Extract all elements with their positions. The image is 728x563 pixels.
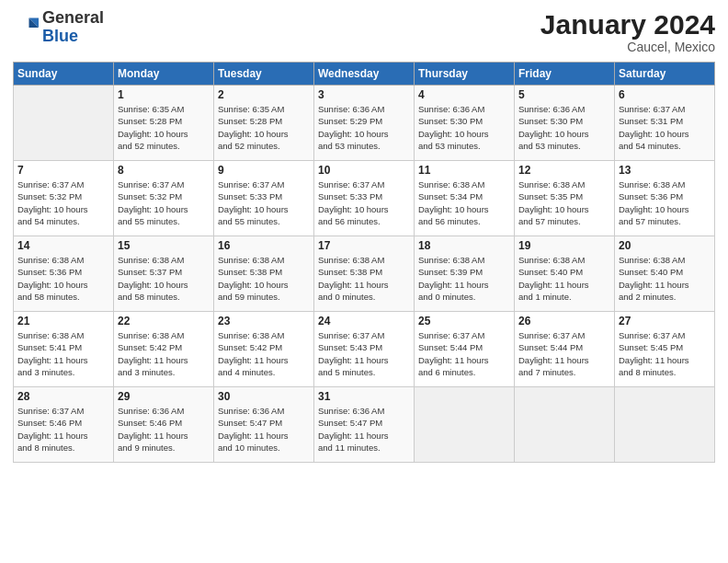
day-cell: 31Sunrise: 6:36 AMSunset: 5:47 PMDayligh… [314, 387, 415, 463]
week-row-4: 28Sunrise: 6:37 AMSunset: 5:46 PMDayligh… [14, 387, 715, 463]
logo: General Blue [13, 9, 104, 46]
day-number: 11 [418, 164, 510, 177]
day-number: 5 [518, 88, 610, 101]
day-cell [515, 387, 615, 463]
day-info: Sunrise: 6:37 AMSunset: 5:46 PMDaylight:… [17, 405, 109, 454]
day-number: 12 [518, 164, 610, 177]
location: Caucel, Mexico [540, 40, 715, 54]
day-cell: 23Sunrise: 6:38 AMSunset: 5:42 PMDayligh… [214, 312, 314, 387]
day-cell: 26Sunrise: 6:37 AMSunset: 5:44 PMDayligh… [515, 312, 615, 387]
day-info: Sunrise: 6:38 AMSunset: 5:40 PMDaylight:… [619, 254, 711, 303]
col-wednesday: Wednesday [314, 63, 415, 86]
day-cell: 3Sunrise: 6:36 AMSunset: 5:29 PMDaylight… [314, 86, 415, 161]
day-number: 10 [318, 164, 410, 177]
day-cell: 22Sunrise: 6:38 AMSunset: 5:42 PMDayligh… [114, 312, 214, 387]
day-cell: 5Sunrise: 6:36 AMSunset: 5:30 PMDaylight… [515, 86, 615, 161]
day-info: Sunrise: 6:38 AMSunset: 5:35 PMDaylight:… [518, 178, 610, 227]
day-info: Sunrise: 6:36 AMSunset: 5:46 PMDaylight:… [118, 405, 210, 454]
day-cell: 18Sunrise: 6:38 AMSunset: 5:39 PMDayligh… [415, 236, 515, 312]
day-number: 14 [17, 239, 109, 252]
day-number: 19 [518, 239, 610, 252]
day-number: 20 [619, 239, 711, 252]
day-cell: 24Sunrise: 6:37 AMSunset: 5:43 PMDayligh… [314, 312, 415, 387]
day-number: 17 [318, 239, 410, 252]
day-info: Sunrise: 6:37 AMSunset: 5:45 PMDaylight:… [619, 329, 711, 378]
day-info: Sunrise: 6:38 AMSunset: 5:42 PMDaylight:… [118, 329, 210, 378]
header-row: Sunday Monday Tuesday Wednesday Thursday… [14, 63, 715, 86]
col-saturday: Saturday [615, 63, 715, 86]
day-number: 22 [118, 315, 210, 327]
day-info: Sunrise: 6:36 AMSunset: 5:30 PMDaylight:… [418, 103, 510, 152]
logo-text: General Blue [42, 9, 104, 46]
header: General Blue January 2024 Caucel, Mexico [13, 9, 715, 54]
day-info: Sunrise: 6:37 AMSunset: 5:33 PMDaylight:… [318, 178, 410, 227]
day-number: 24 [318, 315, 410, 327]
col-tuesday: Tuesday [214, 63, 314, 86]
day-info: Sunrise: 6:37 AMSunset: 5:32 PMDaylight:… [118, 178, 210, 227]
day-cell: 30Sunrise: 6:36 AMSunset: 5:47 PMDayligh… [214, 387, 314, 463]
col-sunday: Sunday [14, 63, 114, 86]
day-cell: 8Sunrise: 6:37 AMSunset: 5:32 PMDaylight… [114, 161, 214, 236]
day-cell [615, 387, 715, 463]
day-info: Sunrise: 6:37 AMSunset: 5:31 PMDaylight:… [619, 103, 711, 152]
day-info: Sunrise: 6:38 AMSunset: 5:38 PMDaylight:… [318, 254, 410, 303]
day-info: Sunrise: 6:38 AMSunset: 5:36 PMDaylight:… [619, 178, 711, 227]
day-number: 28 [17, 390, 109, 403]
day-info: Sunrise: 6:38 AMSunset: 5:34 PMDaylight:… [418, 178, 510, 227]
day-info: Sunrise: 6:37 AMSunset: 5:32 PMDaylight:… [17, 178, 109, 227]
day-number: 7 [17, 164, 109, 177]
day-cell: 1Sunrise: 6:35 AMSunset: 5:28 PMDaylight… [114, 86, 214, 161]
logo-general: General [42, 9, 104, 28]
day-cell: 28Sunrise: 6:37 AMSunset: 5:46 PMDayligh… [14, 387, 114, 463]
day-number: 4 [418, 88, 510, 101]
day-cell: 4Sunrise: 6:36 AMSunset: 5:30 PMDaylight… [415, 86, 515, 161]
day-info: Sunrise: 6:36 AMSunset: 5:47 PMDaylight:… [318, 405, 410, 454]
day-info: Sunrise: 6:38 AMSunset: 5:37 PMDaylight:… [118, 254, 210, 303]
col-monday: Monday [114, 63, 214, 86]
day-info: Sunrise: 6:38 AMSunset: 5:41 PMDaylight:… [17, 329, 109, 378]
day-number: 8 [118, 164, 210, 177]
day-cell: 9Sunrise: 6:37 AMSunset: 5:33 PMDaylight… [214, 161, 314, 236]
day-number: 29 [118, 390, 210, 403]
day-number: 3 [318, 88, 410, 101]
day-info: Sunrise: 6:35 AMSunset: 5:28 PMDaylight:… [218, 103, 310, 152]
day-number: 23 [218, 315, 310, 327]
day-info: Sunrise: 6:38 AMSunset: 5:40 PMDaylight:… [518, 254, 610, 303]
title-block: January 2024 Caucel, Mexico [540, 9, 715, 54]
day-cell [14, 86, 114, 161]
day-cell: 2Sunrise: 6:35 AMSunset: 5:28 PMDaylight… [214, 86, 314, 161]
logo-icon [13, 15, 39, 40]
day-cell: 7Sunrise: 6:37 AMSunset: 5:32 PMDaylight… [14, 161, 114, 236]
day-cell: 11Sunrise: 6:38 AMSunset: 5:34 PMDayligh… [415, 161, 515, 236]
day-number: 18 [418, 239, 510, 252]
col-friday: Friday [515, 63, 615, 86]
day-cell: 13Sunrise: 6:38 AMSunset: 5:36 PMDayligh… [615, 161, 715, 236]
day-info: Sunrise: 6:37 AMSunset: 5:44 PMDaylight:… [418, 329, 510, 378]
day-info: Sunrise: 6:38 AMSunset: 5:39 PMDaylight:… [418, 254, 510, 303]
day-cell: 21Sunrise: 6:38 AMSunset: 5:41 PMDayligh… [14, 312, 114, 387]
day-cell: 10Sunrise: 6:37 AMSunset: 5:33 PMDayligh… [314, 161, 415, 236]
day-cell: 16Sunrise: 6:38 AMSunset: 5:38 PMDayligh… [214, 236, 314, 312]
day-cell: 6Sunrise: 6:37 AMSunset: 5:31 PMDaylight… [615, 86, 715, 161]
calendar-table: Sunday Monday Tuesday Wednesday Thursday… [13, 62, 715, 463]
day-number: 15 [118, 239, 210, 252]
day-info: Sunrise: 6:37 AMSunset: 5:44 PMDaylight:… [518, 329, 610, 378]
day-cell: 19Sunrise: 6:38 AMSunset: 5:40 PMDayligh… [515, 236, 615, 312]
day-number: 16 [218, 239, 310, 252]
day-info: Sunrise: 6:36 AMSunset: 5:30 PMDaylight:… [518, 103, 610, 152]
day-cell: 25Sunrise: 6:37 AMSunset: 5:44 PMDayligh… [415, 312, 515, 387]
day-info: Sunrise: 6:37 AMSunset: 5:33 PMDaylight:… [218, 178, 310, 227]
day-number: 25 [418, 315, 510, 327]
day-cell: 15Sunrise: 6:38 AMSunset: 5:37 PMDayligh… [114, 236, 214, 312]
page: General Blue January 2024 Caucel, Mexico… [0, 0, 728, 563]
day-info: Sunrise: 6:38 AMSunset: 5:36 PMDaylight:… [17, 254, 109, 303]
week-row-2: 14Sunrise: 6:38 AMSunset: 5:36 PMDayligh… [14, 236, 715, 312]
week-row-1: 7Sunrise: 6:37 AMSunset: 5:32 PMDaylight… [14, 161, 715, 236]
day-info: Sunrise: 6:35 AMSunset: 5:28 PMDaylight:… [118, 103, 210, 152]
day-cell: 29Sunrise: 6:36 AMSunset: 5:46 PMDayligh… [114, 387, 214, 463]
col-thursday: Thursday [415, 63, 515, 86]
day-number: 31 [318, 390, 410, 403]
day-number: 30 [218, 390, 310, 403]
day-cell: 14Sunrise: 6:38 AMSunset: 5:36 PMDayligh… [14, 236, 114, 312]
day-info: Sunrise: 6:37 AMSunset: 5:43 PMDaylight:… [318, 329, 410, 378]
